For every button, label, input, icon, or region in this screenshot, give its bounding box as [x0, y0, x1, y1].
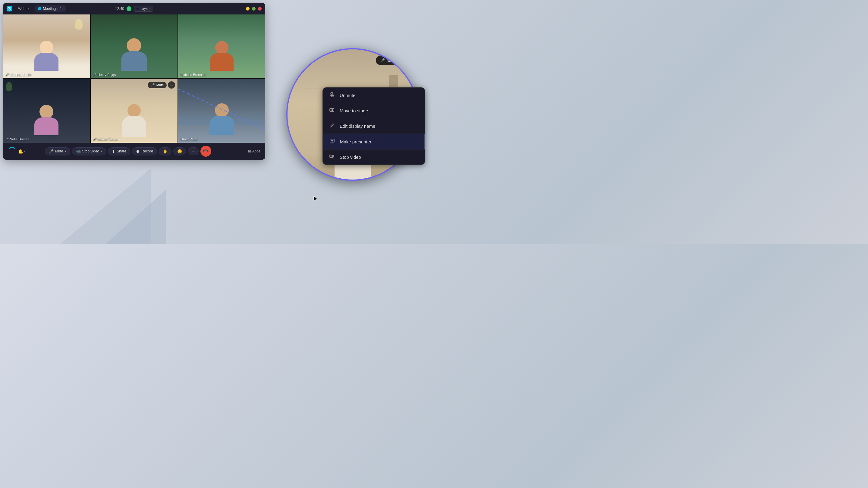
svg-rect-9: [330, 139, 334, 142]
participant-name-sofia: 🎤 Sofia Gomez: [5, 137, 29, 141]
mute-chevron-icon: ▾: [65, 150, 66, 153]
end-call-icon: 📞: [202, 148, 209, 155]
participant-name-isabelle: Isabelle Brennan: [181, 73, 206, 76]
maximize-button[interactable]: [252, 7, 255, 10]
zoom-more-button[interactable]: ···: [402, 56, 412, 65]
more-options-button[interactable]: ···: [188, 147, 198, 155]
zoom-more-icon: ···: [405, 58, 409, 63]
mouse-cursor: [313, 195, 319, 201]
layout-label: Layout: [141, 7, 150, 10]
menu-item-move-to-stage[interactable]: Move to stage: [323, 103, 425, 119]
menu-item-make-presenter[interactable]: Make presenter: [323, 134, 425, 150]
video-grid: 🎤 Clarissa Smith 🎤 Henry Riggs: [3, 14, 265, 143]
stop-video-icon: 📹: [76, 149, 81, 154]
move-to-stage-label: Move to stage: [340, 108, 368, 113]
name-isabelle: Isabelle Brennan: [181, 73, 206, 76]
webex-window: Webex Meeting info 12:40 ● ⊞ Layout: [3, 3, 265, 160]
participant-name-clarissa: 🎤 Clarissa Smith: [5, 73, 31, 76]
end-call-button[interactable]: 📞: [200, 146, 211, 157]
stop-video-button[interactable]: 📹 Stop video ▾: [72, 147, 106, 156]
apps-label: Apps: [252, 149, 260, 153]
menu-item-stop-video[interactable]: Stop video: [323, 150, 425, 164]
mute-button[interactable]: 🎤 Mute ▾: [45, 147, 70, 156]
unmute-label: Unmute: [340, 93, 355, 98]
name-henry: Henry Riggs: [98, 73, 116, 76]
mute-pill[interactable]: 🎤 Mute: [148, 82, 167, 88]
video-chevron-icon: ▾: [101, 150, 102, 153]
zoom-mute-pill[interactable]: 🎤 Mute: [376, 56, 400, 65]
meeting-info-label: Meeting info: [43, 7, 62, 11]
zoom-mute-icon: 🎤: [380, 58, 385, 63]
apps-grid-icon: ⊞: [248, 149, 251, 153]
webex-app-icon: [7, 6, 12, 11]
activity-spinner: [8, 147, 16, 156]
record-label: Record: [141, 149, 153, 153]
mic-icon-clarissa: 🎤: [5, 73, 9, 76]
video-cell-marise: 🎤 Mute ··· 🎤 Marise Torres: [91, 79, 178, 143]
svg-point-8: [331, 109, 333, 111]
zoom-mute-label: Mute: [387, 58, 396, 63]
make-presenter-label: Make presenter: [340, 139, 371, 144]
mic-icon-sofia: 🎤: [5, 138, 9, 141]
name-clarissa: Clarissa Smith: [10, 73, 31, 76]
video-cell-isabelle: Isabelle Brennan: [178, 14, 265, 78]
participant-name-umar: Umar Patel: [181, 137, 197, 141]
chevron-down-icon: ▾: [24, 150, 26, 153]
bell-icon: 🔔: [18, 149, 23, 154]
mic-icon-henry: 🎤: [93, 73, 96, 76]
menu-item-edit-name[interactable]: Edit display name: [323, 119, 425, 134]
share-label: Share: [117, 149, 126, 153]
notifications-btn[interactable]: 🔔 ▾: [18, 149, 26, 154]
mic-icon-marise: 🎤: [93, 138, 96, 141]
svg-point-12: [332, 140, 333, 141]
name-marise: Marise Torres: [98, 137, 118, 141]
video-cell-sofia: 🎤 Sofia Gomez: [3, 79, 90, 143]
stop-video-ctx-label: Stop video: [340, 155, 361, 160]
participant-more-button[interactable]: ···: [168, 82, 175, 89]
video-cell-henry: 🎤 Henry Riggs: [91, 14, 178, 78]
unmute-icon: [329, 92, 335, 98]
toolbar: 🔔 ▾ 🎤 Mute ▾ 📹 Stop video ▾ ⬆ Share ⏺ Re…: [3, 143, 265, 160]
toolbar-left: 🔔 ▾: [8, 147, 26, 156]
gesture-icon: ✋: [163, 149, 167, 154]
context-menu: Unmute Move to stage Edit display name: [322, 87, 425, 165]
title-bar: Webex Meeting info 12:40 ● ⊞ Layout: [3, 3, 265, 14]
toolbar-right: ⊞ Apps: [248, 149, 260, 153]
name-umar: Umar Patel: [181, 137, 197, 141]
close-button[interactable]: [258, 7, 261, 10]
reaction-button[interactable]: 😊: [173, 147, 186, 156]
video-cell-clarissa: 🎤 Clarissa Smith: [3, 14, 90, 78]
menu-item-unmute[interactable]: Unmute: [323, 88, 425, 103]
minimize-button[interactable]: [246, 7, 250, 10]
name-sofia: Sofia Gomez: [10, 137, 29, 141]
gesture-button[interactable]: ✋: [159, 147, 172, 156]
move-to-stage-icon: [329, 107, 335, 114]
time-display: 12:40: [115, 7, 124, 11]
make-presenter-icon: [329, 138, 335, 145]
title-bar-center: 12:40 ● ⊞ Layout: [115, 6, 153, 12]
more-icon: ···: [192, 149, 195, 153]
zoom-mute-area: 🎤 Mute ···: [376, 56, 412, 65]
mute-btn-icon: 🎤: [49, 149, 54, 154]
mute-overlay: 🎤 Mute ···: [148, 82, 175, 89]
layout-button[interactable]: ⊞ Layout: [134, 6, 153, 12]
participant-name-marise: 🎤 Marise Torres: [93, 137, 118, 141]
mute-mic-icon: 🎤: [151, 83, 155, 87]
layout-grid-icon: ⊞: [136, 7, 139, 11]
edit-display-name-label: Edit display name: [340, 124, 375, 129]
participant-name-henry: 🎤 Henry Riggs: [93, 73, 116, 76]
apps-button[interactable]: ⊞ Apps: [248, 149, 260, 153]
title-bar-left: Webex Meeting info: [7, 5, 66, 12]
mute-label: Mute: [55, 149, 63, 153]
share-button[interactable]: ⬆ Share: [108, 147, 130, 156]
stop-video-ctx-icon: [329, 154, 335, 160]
mute-pill-label: Mute: [156, 83, 164, 87]
edit-icon: [329, 123, 335, 129]
recording-status-icon: ●: [127, 6, 131, 11]
tab-dot: [38, 7, 41, 10]
svg-point-1: [9, 8, 10, 9]
record-button[interactable]: ⏺ Record: [132, 147, 157, 156]
tab-webex[interactable]: Webex: [15, 5, 32, 12]
tab-meeting-info[interactable]: Meeting info: [35, 5, 65, 12]
webex-label: Webex: [18, 7, 29, 11]
